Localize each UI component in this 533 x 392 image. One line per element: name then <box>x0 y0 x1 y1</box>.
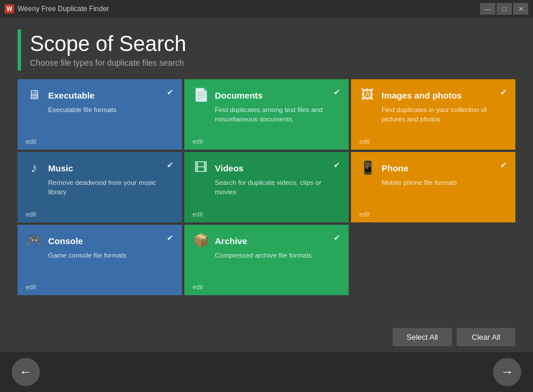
tile-phone-edit[interactable]: edit <box>359 211 507 218</box>
tile-images-desc: Find duplicates in your collection of pi… <box>359 105 507 124</box>
back-button[interactable]: ← <box>12 358 40 386</box>
tile-music-desc: Remove deadwood from your music library <box>26 178 174 197</box>
console-check-icon: ✔ <box>167 233 174 242</box>
tile-phone-title: Phone <box>382 163 409 173</box>
tile-archive-title: Archive <box>215 236 247 246</box>
tile-videos-header: 🎞 Videos ✔ <box>193 160 340 175</box>
tile-images-header: 🖼 Images and photos ✔ <box>359 87 507 103</box>
tile-documents-edit[interactable]: edit <box>193 138 340 145</box>
tile-executable[interactable]: 🖥 Executable ✔ Executable file formats e… <box>18 79 182 150</box>
music-icon: ♪ <box>26 160 42 175</box>
empty-tile <box>351 225 515 295</box>
tile-console[interactable]: 🎮 Console ✔ Game console file formats ed… <box>18 225 182 295</box>
tile-executable-title: Executable <box>48 90 95 100</box>
executable-check-icon: ✔ <box>167 87 174 97</box>
tile-videos-desc: Search for duplicate videos, clips or mo… <box>193 178 340 197</box>
tile-console-title: Console <box>48 236 83 246</box>
tile-executable-desc: Executable file formats <box>26 105 174 114</box>
tile-images-title-group: 🖼 Images and photos <box>359 87 462 103</box>
tile-archive-header: 📦 Archive ✔ <box>193 233 340 248</box>
videos-check-icon: ✔ <box>333 160 340 170</box>
header-accent <box>18 29 21 70</box>
tile-documents-title: Documents <box>215 90 263 100</box>
documents-check-icon: ✔ <box>333 87 340 97</box>
tile-archive-desc: Compressed archive file formats <box>193 251 340 260</box>
tile-phone-header: 📱 Phone ✔ <box>359 160 507 175</box>
tile-videos[interactable]: 🎞 Videos ✔ Search for duplicate videos, … <box>184 152 349 222</box>
tile-phone[interactable]: 📱 Phone ✔ Mobile phone file formats edit <box>351 152 515 222</box>
tile-music-header: ♪ Music ✔ <box>26 160 174 175</box>
tile-videos-title-group: 🎞 Videos <box>193 160 244 175</box>
tile-videos-title: Videos <box>215 163 244 173</box>
header-text-group: Scope of Search Choose file types for du… <box>30 32 186 67</box>
tile-executable-header: 🖥 Executable ✔ <box>26 87 174 103</box>
music-check-icon: ✔ <box>167 160 174 170</box>
tile-images[interactable]: 🖼 Images and photos ✔ Find duplicates in… <box>351 79 515 150</box>
archive-icon: 📦 <box>193 233 209 248</box>
tile-console-edit[interactable]: edit <box>26 283 174 290</box>
clear-all-button[interactable]: Clear All <box>457 328 515 346</box>
main-content: Scope of Search Choose file types for du… <box>0 18 533 352</box>
tile-documents-header: 📄 Documents ✔ <box>193 87 340 103</box>
app-icon: W <box>5 4 14 13</box>
tile-executable-title-group: 🖥 Executable <box>26 87 95 103</box>
footer-nav: ← → <box>0 352 533 392</box>
tile-console-desc: Game console file formats <box>26 251 174 260</box>
archive-check-icon: ✔ <box>333 233 340 242</box>
documents-icon: 📄 <box>193 87 209 103</box>
bottom-bar: Select All Clear All <box>0 322 533 352</box>
videos-icon: 🎞 <box>193 160 209 175</box>
tile-console-title-group: 🎮 Console <box>26 233 83 248</box>
window-controls: — □ ✕ <box>480 3 528 15</box>
tile-documents-desc: Find duplicates among text files and mis… <box>193 105 340 124</box>
tile-executable-edit[interactable]: edit <box>26 138 174 145</box>
maximize-button[interactable]: □ <box>497 3 512 15</box>
tiles-grid-area: 🖥 Executable ✔ Executable file formats e… <box>0 79 533 322</box>
page-subtitle: Choose file types for duplicate files se… <box>30 58 186 67</box>
tile-music-title: Music <box>48 163 73 173</box>
tile-images-title: Images and photos <box>382 90 462 100</box>
tile-archive-edit[interactable]: edit <box>193 283 340 290</box>
select-all-button[interactable]: Select All <box>393 328 452 346</box>
executable-icon: 🖥 <box>26 87 42 103</box>
tile-archive[interactable]: 📦 Archive ✔ Compressed archive file form… <box>184 225 349 295</box>
tile-music-title-group: ♪ Music <box>26 160 73 175</box>
tile-music-edit[interactable]: edit <box>26 211 174 218</box>
console-icon: 🎮 <box>26 233 42 248</box>
tile-documents[interactable]: 📄 Documents ✔ Find duplicates among text… <box>184 79 349 150</box>
tile-phone-title-group: 📱 Phone <box>359 160 409 175</box>
minimize-button[interactable]: — <box>480 3 495 15</box>
images-icon: 🖼 <box>359 87 376 103</box>
tile-images-edit[interactable]: edit <box>359 138 507 145</box>
phone-icon: 📱 <box>359 160 376 175</box>
forward-button[interactable]: → <box>493 358 521 386</box>
title-bar: W Weeny Free Duplicate Finder — □ ✕ <box>0 0 533 18</box>
close-button[interactable]: ✕ <box>513 3 528 15</box>
tile-console-header: 🎮 Console ✔ <box>26 233 174 248</box>
tile-phone-desc: Mobile phone file formats <box>359 178 507 187</box>
phone-check-icon: ✔ <box>500 160 507 170</box>
tiles-grid: 🖥 Executable ✔ Executable file formats e… <box>18 79 515 295</box>
page-header: Scope of Search Choose file types for du… <box>0 18 533 79</box>
images-check-icon: ✔ <box>500 87 507 97</box>
page-title: Scope of Search <box>30 32 186 56</box>
tile-archive-title-group: 📦 Archive <box>193 233 247 248</box>
tile-documents-title-group: 📄 Documents <box>193 87 263 103</box>
tile-music[interactable]: ♪ Music ✔ Remove deadwood from your musi… <box>18 152 182 222</box>
title-bar-text: Weeny Free Duplicate Finder <box>18 5 477 13</box>
tile-videos-edit[interactable]: edit <box>193 211 340 218</box>
